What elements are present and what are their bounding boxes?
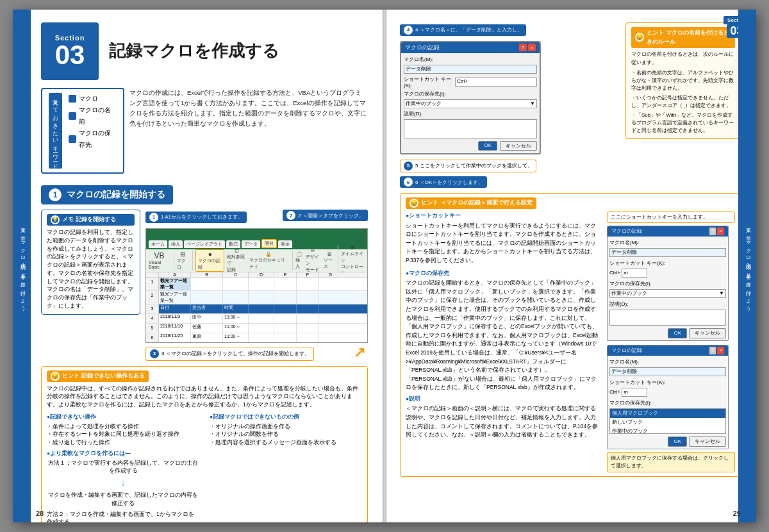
keyword-item: マクロ [69,93,117,104]
excel-tab-layout: ページレイアウト [184,240,225,248]
dialog2-ok[interactable]: OK [668,328,687,338]
sidebar-chapter-label: 第１章 [19,224,26,233]
dialog3-cancel[interactable]: キャンセル [689,436,726,447]
excel-cell-e6 [274,333,297,342]
excel-cell-b1 [191,278,223,290]
excel-cell-b3: 担当者 [191,304,223,313]
callout1: 1 1 A1セルをクリックしておきます。 [145,212,247,223]
dialog2-name-input[interactable]: データ削除 [609,248,726,257]
excel-cell-f3 [297,304,319,313]
excel-design-btn: ✏ デザインモード [306,248,321,273]
dialog1-shortcut-input[interactable]: Ctrl+ [455,78,537,87]
listbox-item-new[interactable]: 新しいブック [610,418,725,427]
hint-icon: 💡 [51,372,60,381]
callout1-num: 1 [149,213,158,222]
callout6-num: 6 [404,178,413,187]
hint-lists: ●記録できない操作 ・条件によって処理を分岐する操作 ・存在するシートを対象に同… [47,413,362,522]
excel-cell-b5: 佐藤 [191,324,223,333]
section-header: Section 03 記録マクロを作成する [41,22,368,80]
keyword-item: マクロの名前 [69,104,117,128]
excel-cell-f2 [297,291,319,304]
dialog2-shortcut-label: ショートカット キー(K): [609,260,726,267]
excel-row6-num: 6 [146,333,159,342]
dialog1-save-row: マクロの保存先(I): [404,90,537,97]
excel-record-label: マクロの記録 [198,258,222,270]
dialog2-save-arrow: ▼ [719,290,724,297]
page-arrow: ↗ [354,344,365,361]
dialog1-name-input-row: データ削除 [404,65,537,74]
hint-flow3: 方法２：マクロを作成・編集する画面で、1からマクロを作成する [47,510,199,523]
dialog3-buttons: OK キャンセル [609,436,726,447]
section-title: 記録マクロを作成する [109,40,279,62]
callout4-num: 4 [404,26,413,35]
dialog3-shortcut-input[interactable]: m [622,388,647,397]
excel-row2: 2 観光ツアー巡業一覧 [146,291,367,304]
excel-insert-label: 挿入 [295,257,303,270]
excel-cell-e5 [274,324,297,333]
hint-body: マクロの記録中は、すべての操作が記録されるわけではありません。また、条件によって… [47,385,362,409]
right-sidebar-content: マクロ作成の基本を身に付けよう [744,238,751,309]
dialog1-desc-area[interactable] [404,119,537,138]
hint-header-text: ヒント 記録できない操作もある [62,372,145,381]
callout5: 5 5 ここをクリックして作業中のブックを選択して。 [400,160,536,172]
desc-body: ＜マクロの記録＞画面の＜説明＞横には、マクロで実行する処理に関する説明や、マクロ… [406,404,599,439]
excel-tab-home: ホーム [149,240,167,248]
excel-xmlsource-btn: ⊞ ソース [324,251,335,270]
callout6-text: 6 ＜OK＞をクリックします。 [415,179,483,186]
save-body: マクロの記録を開始するとき、マクロの保存先として「作業中のブック」以外に「個人用… [406,279,599,392]
left-page-number: 28 [36,510,44,517]
keyword-text: マクロ [79,93,98,104]
excel-tab-dev: 開発 [261,239,277,248]
callout4: 4 4 ＜マクロ名＞に、「データ削除」と入力し。 [400,24,526,36]
memo-body: マクロの記録を利用して、指定した範囲のデータを削除するマクロを作成してみましょう… [47,228,135,310]
callout2-text: 2 ＜開発＞タブをクリック。 [298,212,364,219]
memo-header: 💡 メモ 記録を開始する [47,214,135,226]
dialog3-ctrl-text: Ctrl+ [609,388,620,396]
excel-cell-g3 [319,304,342,313]
dialog2-cancel[interactable]: キャンセル [689,328,726,338]
excel-cell-d2 [249,291,274,304]
dialog2-desc-area[interactable] [609,310,726,326]
callout4-text: 4 ＜マクロ名＞に、「データ削除」と入力し。 [415,26,522,33]
hint-list2-item2: ・オリジナルの関数を作る [210,430,362,438]
dialog3-name-input[interactable]: データ削除 [609,367,726,376]
right-hint-rules: 💡 ヒント マクロの名前を付けるときのルール マクロの名前を付けるときは、次のル… [625,22,741,188]
listbox-item-personal[interactable]: 個人用マクロブック [610,409,725,418]
dialog1-save-select[interactable]: 作業中のブック ▼ [404,99,537,108]
excel-col-e: E [274,272,297,277]
dialog1-cancel[interactable]: キャンセル [500,141,537,151]
dialog2-save-label: マクロの保存先(I): [609,280,726,288]
excel-col-f: F [297,272,319,277]
main-hint-title: ヒント ＜マクロの記録＞画面で行える設定 [421,199,533,208]
dialog3-listbox[interactable]: 個人用マクロブック 新しいブック 作業中のブック [609,408,726,434]
dialog1-ok[interactable]: OK [478,141,497,151]
hint-rules-intro: マクロの名前を付けるときは、次のルールに従います。 [631,51,735,67]
dialog2-desc-label: 説明(D): [609,301,726,308]
excel-row1-num: 1 [146,278,159,290]
dialog1-name-value: データ削除 [406,66,431,72]
excel-row5-num: 5 [146,324,159,333]
dialog2-save-select[interactable]: 作業中のブック ▼ [609,289,726,298]
excel-cell-g5 [319,324,342,333]
hint-rules-header: 💡 ヒント マクロの名前を付けるときのルール [631,27,735,48]
dialog3-ok[interactable]: OK [668,436,687,447]
left-page: 第１章 マクロ作成の基本を身に付けよう Section 03 記録マクロを作成す… [13,10,384,522]
dialog1-question[interactable]: ? [519,44,527,51]
dialog2-shortcut-row: Ctrl+ m [609,269,726,278]
listbox-item-current[interactable]: 作業中のブック [610,427,725,434]
hint-list1-item3: ・繰り返しで行った操作 [47,438,199,447]
shortcut-body: ショートカットキーを利用してマクロを実行できるようにするには、マクロにショートカ… [406,222,599,265]
sidebar-chapter-content: マクロ作成の基本を身に付けよう [19,238,26,309]
excel-cell-d3 [249,304,274,313]
excel-cell-a4: 2018/11/3 [159,314,191,323]
dialog1-name-input[interactable]: データ削除 [404,65,537,74]
keyword-text: マクロの保存先 [79,128,117,151]
dialog2-shortcut-input[interactable]: m [622,269,647,278]
excel-row4-num: 4 [146,314,159,323]
excel-macro-label: マクロ [177,258,188,270]
excel-insert-btn: 📋 挿入 [295,251,303,270]
dialog1-close[interactable]: × [528,44,536,51]
hint-list2: ●記録マクロではできないものの例 ・オリジナルの操作画面を作る ・オリジナルの関… [210,413,362,522]
hint-list1-item2: ・存在するシートを対象に同じ処理を繰り返す操作 [47,430,199,438]
dialog3-name-label: マクロ名(M): [609,358,726,366]
